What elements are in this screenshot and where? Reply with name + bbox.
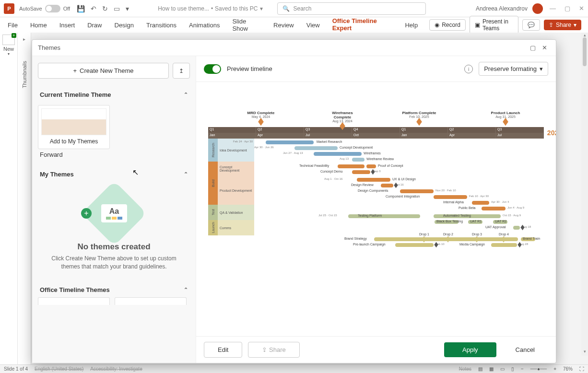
status-bar: Slide 1 of 4 English (United States) Acc…	[0, 364, 588, 373]
view-slideshow-icon[interactable]: ▯	[511, 366, 514, 372]
tab-review[interactable]: Review	[272, 19, 295, 32]
vertical-scrollbar[interactable]: ▴ ▾	[581, 33, 588, 356]
search-icon: 🔍	[282, 5, 290, 12]
current-theme-card[interactable]: Add to My Themes	[38, 105, 110, 149]
dialog-title: Themes	[38, 44, 60, 51]
themes-sidebar: + Create New Theme ↥ Current Timeline Th…	[32, 56, 196, 363]
powerpoint-icon: P	[4, 3, 14, 14]
dialog-close-icon[interactable]: ✕	[539, 44, 550, 51]
tab-file[interactable]: File	[7, 19, 19, 32]
tab-animations[interactable]: Animations	[188, 19, 221, 32]
accessibility-indicator[interactable]: Accessibility: Investigate	[90, 366, 142, 372]
view-sorter-icon[interactable]: ▦	[489, 366, 494, 372]
tab-help[interactable]: Help	[404, 19, 419, 32]
present-in-teams-button[interactable]: ▣ Present in Teams	[470, 16, 518, 34]
dialog-maximize-icon[interactable]: ▢	[527, 44, 539, 51]
quick-access-toolbar: 💾 ↶ ↻ ▭ ▾	[77, 5, 129, 12]
document-title[interactable]: How to use theme... • Saved to this PC ▾	[158, 5, 262, 12]
tab-draw[interactable]: Draw	[86, 19, 103, 32]
comments-button[interactable]: 💬	[522, 19, 540, 31]
thumbnails-panel[interactable]: ▸ Thumbnails	[18, 33, 31, 364]
qat-dropdown-icon[interactable]: ▾	[126, 5, 129, 12]
zoom-level[interactable]: 76%	[563, 366, 573, 372]
user-account[interactable]: Andreea Alexandrov	[476, 3, 543, 14]
view-reading-icon[interactable]: ▭	[500, 366, 505, 372]
slide-indicator[interactable]: Slide 1 of 4	[4, 366, 28, 372]
minimize-icon[interactable]: —	[550, 5, 556, 12]
tab-view[interactable]: View	[306, 19, 321, 32]
section-my-themes[interactable]: My Themes⌃	[38, 167, 190, 182]
tab-home[interactable]: Home	[29, 19, 48, 32]
zoom-out-icon[interactable]: −	[521, 366, 524, 372]
maximize-icon[interactable]: ▢	[564, 5, 570, 12]
new-slide-button[interactable]: New ▾	[0, 33, 17, 58]
cancel-button[interactable]: Cancel	[502, 342, 548, 357]
record-button[interactable]: ◉ Record	[429, 19, 466, 31]
language-indicator[interactable]: English (United States)	[35, 366, 83, 372]
share-button[interactable]: ⇪ Share ▾	[544, 20, 581, 30]
tab-transitions[interactable]: Transitions	[145, 19, 177, 32]
current-theme-name: Forward	[40, 151, 190, 158]
apply-button[interactable]: Apply	[444, 342, 496, 357]
preserve-formatting-dropdown[interactable]: Preserve formating▾	[479, 62, 548, 76]
autosave-toggle[interactable]: AutoSave Off	[19, 5, 70, 12]
section-ot-themes[interactable]: Office Timeline Themes⌃	[38, 282, 190, 297]
save-icon[interactable]: 💾	[77, 5, 85, 12]
timeline-preview: MRD CompleteMay 4, 2024Wireframes Comple…	[196, 82, 556, 336]
redo-icon[interactable]: ↻	[102, 5, 108, 12]
tab-slideshow[interactable]: Slide Show	[231, 15, 262, 35]
preview-timeline-label: Preview timeline	[227, 65, 272, 72]
import-theme-button[interactable]: ↥	[173, 63, 190, 79]
tab-insert[interactable]: Insert	[59, 19, 76, 32]
tab-design[interactable]: Design	[114, 19, 135, 32]
preview-timeline-toggle[interactable]	[204, 64, 221, 74]
edit-button[interactable]: Edit	[204, 342, 242, 358]
close-icon[interactable]: ✕	[579, 5, 584, 12]
fit-to-window-icon[interactable]: ⛶	[579, 366, 584, 372]
ribbon: File Home Insert Draw Design Transitions…	[0, 17, 588, 33]
zoom-in-icon[interactable]: +	[553, 366, 556, 372]
search-input[interactable]: 🔍 Search	[277, 2, 426, 15]
my-themes-empty: Aa No themes created Click Create New Th…	[38, 182, 190, 282]
undo-icon[interactable]: ↶	[91, 5, 96, 12]
avatar	[532, 3, 543, 14]
info-icon[interactable]: i	[464, 65, 473, 73]
share-theme-button[interactable]: ⇪ Share	[248, 342, 299, 358]
section-current-theme[interactable]: Current Timeline Theme⌃	[38, 87, 190, 102]
notes-button[interactable]: Notes	[459, 366, 471, 372]
themes-dialog: Themes ▢ ✕ + Create New Theme ↥ Current …	[32, 39, 556, 363]
empty-state-icon: Aa	[82, 181, 147, 246]
create-new-theme-button[interactable]: + Create New Theme	[38, 63, 169, 79]
present-icon[interactable]: ▭	[114, 5, 120, 12]
view-normal-icon[interactable]: ▤	[478, 366, 482, 372]
title-bar: P AutoSave Off 💾 ↶ ↻ ▭ ▾ How to use them…	[0, 0, 588, 17]
